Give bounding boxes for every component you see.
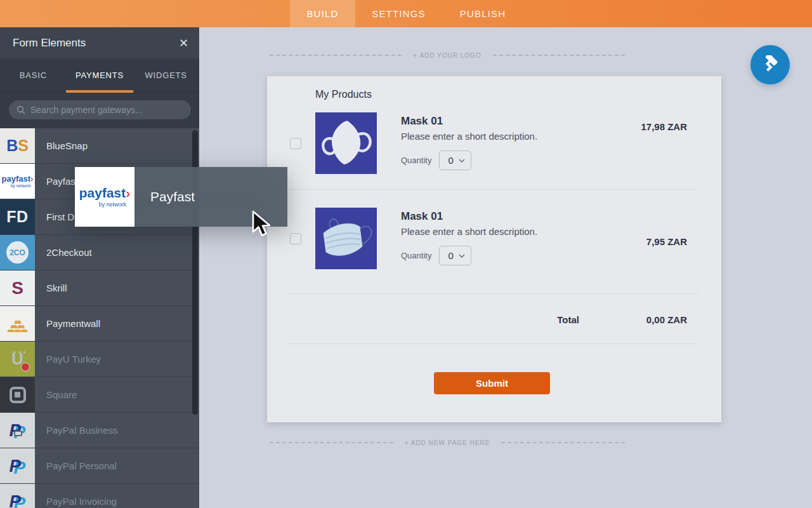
quantity-select[interactable]: 0 xyxy=(439,150,471,170)
payfast-logo: payfast› by network xyxy=(75,167,134,227)
chevron-down-icon xyxy=(459,254,465,258)
gold-bars-icon xyxy=(7,316,29,332)
panel-header: Form Elements ✕ xyxy=(0,27,199,58)
total-label: Total xyxy=(557,314,579,325)
credit-card-icon xyxy=(14,431,22,436)
tab-widgets[interactable]: WIDGETS xyxy=(133,58,199,92)
gateway-item-bluesnap[interactable]: BS BlueSnap xyxy=(0,128,199,164)
gateway-item-paypal-invoicing[interactable]: P P PayPal Invoicing xyxy=(0,484,199,508)
search-icon xyxy=(16,105,25,114)
payu-icon: U • • • xyxy=(0,342,35,377)
product-description: Please enter a short description. xyxy=(401,131,537,142)
product-price: 7,95 ZAR xyxy=(646,236,687,247)
tab-basic[interactable]: BASIC xyxy=(0,58,67,92)
form-builder-window: BUILD SETTINGS PUBLISH + ADD YOUR LOGO M… xyxy=(0,0,812,508)
add-logo-area[interactable]: + ADD YOUR LOGO xyxy=(270,50,625,60)
chevron-down-icon xyxy=(459,159,465,163)
product-price: 17,98 ZAR xyxy=(641,121,687,132)
quantity-label: Quantity xyxy=(401,251,431,260)
gateway-item-2checkout[interactable]: 2CO 2Checkout xyxy=(0,235,199,271)
quantity-row: Quantity 0 xyxy=(401,150,471,170)
product-description: Please enter a short description. xyxy=(401,226,537,237)
top-tabs: BUILD SETTINGS PUBLISH xyxy=(290,0,523,27)
skrill-icon: S xyxy=(0,271,35,305)
divider xyxy=(289,344,698,344)
dashed-line xyxy=(493,55,625,56)
search-input[interactable] xyxy=(30,105,183,115)
form-canvas: + ADD YOUR LOGO My Products Mask 01 Plea… xyxy=(200,27,812,508)
kn95-mask-icon xyxy=(315,112,377,174)
2checkout-icon: 2CO xyxy=(0,235,35,270)
products-heading: My Products xyxy=(315,89,372,100)
paypal-personal-icon: P P xyxy=(0,448,35,483)
product-image-kn95-mask xyxy=(315,112,377,174)
payfast-icon: payfast› by network xyxy=(0,164,35,199)
tab-settings[interactable]: SETTINGS xyxy=(355,0,442,27)
gateway-item-paymentwall[interactable]: Paymentwall xyxy=(0,306,199,342)
add-page-label: + ADD NEW PAGE HERE xyxy=(405,439,490,446)
gateway-item-paypal-business[interactable]: P P PayPal Business xyxy=(0,413,199,448)
bluesnap-icon: BS xyxy=(0,128,35,163)
paypal-invoicing-icon: P P xyxy=(0,484,35,508)
paint-roller-icon xyxy=(761,55,780,74)
dashed-line xyxy=(501,442,625,443)
quantity-label: Quantity xyxy=(401,156,431,165)
gateway-item-square[interactable]: Square xyxy=(0,377,199,413)
paypal-business-icon: P P xyxy=(0,413,35,448)
surgical-mask-icon xyxy=(315,208,377,269)
gateway-item-payu-turkey[interactable]: U • • • PayU Turkey xyxy=(0,342,199,377)
gateway-item-paypal-personal[interactable]: P P PayPal Personal xyxy=(0,448,199,484)
quantity-select[interactable]: 0 xyxy=(439,246,471,265)
search-zone xyxy=(0,93,199,128)
product-image-surgical-mask xyxy=(315,208,377,269)
square-icon xyxy=(0,377,35,412)
panel-title: Form Elements xyxy=(13,37,86,50)
paymentwall-icon xyxy=(0,306,35,341)
tab-payments[interactable]: PAYMENTS xyxy=(67,58,133,92)
search-box[interactable] xyxy=(9,100,191,119)
add-logo-label: + ADD YOUR LOGO xyxy=(413,52,481,59)
add-page-area[interactable]: + ADD NEW PAGE HERE xyxy=(270,438,625,448)
dashed-line xyxy=(270,442,393,443)
gateway-item-skrill[interactable]: S Skrill xyxy=(0,271,199,306)
divider xyxy=(289,293,698,294)
total-value: 0,00 ZAR xyxy=(646,314,687,325)
form-designer-button[interactable] xyxy=(750,45,790,84)
submit-button[interactable]: Submit xyxy=(434,372,550,394)
form-elements-panel: Form Elements ✕ BASIC PAYMENTS WIDGETS B… xyxy=(0,27,199,508)
close-icon[interactable]: ✕ xyxy=(179,37,188,49)
drag-ghost-payfast: payfast› by network Payfast xyxy=(75,167,287,227)
drag-ghost-label: Payfast xyxy=(134,167,287,227)
dashed-line xyxy=(270,55,402,56)
top-navigation-bar: BUILD SETTINGS PUBLISH xyxy=(0,0,812,27)
first-data-icon: FD xyxy=(0,199,35,234)
product-checkbox[interactable] xyxy=(290,233,301,244)
tab-publish[interactable]: PUBLISH xyxy=(442,0,523,27)
turkey-flag-icon xyxy=(21,363,30,371)
product-name: Mask 01 xyxy=(401,115,443,128)
tab-build[interactable]: BUILD xyxy=(290,0,355,27)
form-card: My Products Mask 01 Please enter a short… xyxy=(267,76,721,422)
product-name: Mask 01 xyxy=(401,210,443,223)
divider xyxy=(289,189,698,190)
quantity-row: Quantity 0 xyxy=(401,246,471,265)
product-checkbox[interactable] xyxy=(290,138,301,149)
panel-tabs: BASIC PAYMENTS WIDGETS xyxy=(0,58,199,93)
